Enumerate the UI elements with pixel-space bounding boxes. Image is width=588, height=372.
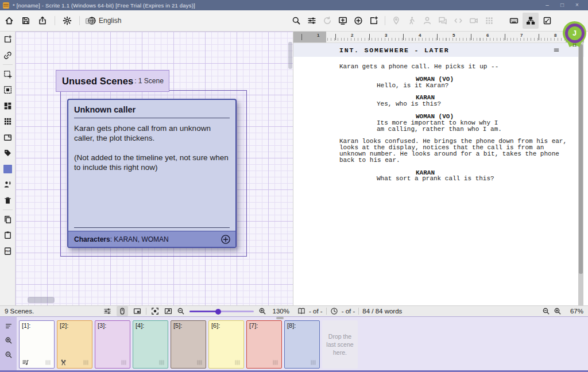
scene-card-unknown-caller[interactable]: Unknown caller Karan gets phone call fro… xyxy=(67,99,237,248)
grid-dots-icon xyxy=(485,16,494,25)
note-add-button[interactable]: ▸ xyxy=(0,35,16,44)
timeline-card-3[interactable]: [3]: xyxy=(95,320,130,369)
tag-button[interactable] xyxy=(0,149,16,157)
notes-button[interactable] xyxy=(543,16,552,25)
copy-icon xyxy=(3,215,12,224)
pip-button[interactable] xyxy=(133,307,141,315)
minimize-button[interactable]: – xyxy=(540,0,555,10)
note-add-button[interactable] xyxy=(369,16,378,25)
copy-button[interactable] xyxy=(0,215,16,224)
book-icon xyxy=(297,307,305,315)
timeline-card-5[interactable]: [5]: xyxy=(171,320,206,369)
announce-icon xyxy=(3,180,12,189)
pdf-button[interactable]: PDF xyxy=(0,247,16,255)
statusbar: 9 Scenes. 130% - of - - of - 84 / 84 wor… xyxy=(0,305,588,316)
structure-button[interactable] xyxy=(523,13,539,29)
divider xyxy=(385,16,385,25)
language-selector[interactable]: English xyxy=(85,10,121,31)
screenplay-dialogue[interactable]: What sort a prank call is this? xyxy=(377,176,508,182)
add-character-button[interactable] xyxy=(220,234,231,245)
slider-fill xyxy=(189,311,218,312)
scrollbar-thumb[interactable] xyxy=(579,44,583,274)
tune-button[interactable] xyxy=(103,307,111,315)
divider xyxy=(146,308,146,315)
announce-button[interactable] xyxy=(0,180,16,189)
blocks-button[interactable]: ▸ xyxy=(0,102,16,110)
maximize-button[interactable]: □ xyxy=(555,0,570,10)
zoom-out-button[interactable] xyxy=(177,307,185,315)
ruler-inch-mark xyxy=(335,34,336,40)
window-icon xyxy=(3,133,12,142)
fit-button[interactable] xyxy=(164,307,172,315)
scene-card-synopsis[interactable]: Karan gets phone call from an unknown ca… xyxy=(68,118,235,227)
structure-toolbar: ▸▸▸PDF xyxy=(0,32,16,305)
fullscreen-icon xyxy=(151,307,159,315)
grid-faded-icon xyxy=(234,359,241,366)
home-button[interactable] xyxy=(5,16,14,25)
screenplay-action[interactable]: Karan gets a phone call. He picks it up … xyxy=(339,64,569,70)
keyboard-button[interactable] xyxy=(509,16,519,25)
zoom-out-button[interactable] xyxy=(5,351,13,359)
drop-last-scene-zone[interactable]: Drop the last scene here. xyxy=(322,320,358,369)
divider xyxy=(55,16,55,25)
marquee-square-button[interactable] xyxy=(0,86,16,94)
splitter-handle[interactable] xyxy=(276,317,284,319)
page-count-button xyxy=(297,307,305,315)
tune-button[interactable] xyxy=(307,16,316,25)
grid9-button[interactable] xyxy=(0,117,16,126)
unused-scenes-header[interactable]: Unused Scenes : 1 Scene xyxy=(56,70,169,92)
screen-add-button[interactable] xyxy=(338,16,347,25)
zoom-in-icon xyxy=(5,336,13,344)
scene-heading[interactable]: INT. SOMEWHERE - LATER xyxy=(339,46,449,54)
screenplay-dialogue[interactable]: Hello, is it Karan? xyxy=(377,83,508,89)
editor-scrollbar[interactable] xyxy=(578,43,583,305)
clipboard-button[interactable] xyxy=(0,231,16,239)
scene-menu-icon[interactable] xyxy=(553,46,560,53)
user-avatar[interactable]: J 21 xyxy=(563,21,586,45)
save-button[interactable] xyxy=(21,16,30,25)
keyboard-icon xyxy=(85,16,95,26)
timeline-card-4[interactable]: [4]: xyxy=(133,320,168,369)
grid-faded-icon xyxy=(82,359,90,366)
sort-lines-button[interactable] xyxy=(5,322,13,330)
gear-button[interactable] xyxy=(63,16,72,25)
plus-circle-button[interactable] xyxy=(354,16,363,25)
screenplay-action[interactable]: Karan looks confused. He brings the phon… xyxy=(339,138,569,163)
page-count: - of - xyxy=(309,308,323,315)
app-icon xyxy=(3,2,9,9)
screenplay-panel: 12345678 INT. SOMEWHERE - LATER Karan ge… xyxy=(293,32,588,305)
swatch-button[interactable] xyxy=(0,165,16,173)
mouse-button[interactable] xyxy=(117,306,128,316)
timeline-card-7[interactable]: [7]: xyxy=(246,320,282,369)
scene-card-title[interactable]: Unknown caller xyxy=(68,100,235,118)
screenplay-editor[interactable]: Karan gets a phone call. He picks it up … xyxy=(293,57,584,305)
canvas-zoom-slider[interactable] xyxy=(189,307,254,315)
share-button[interactable] xyxy=(38,16,47,25)
link-button[interactable]: ▸ xyxy=(0,51,16,60)
canvas-vertical-scrollbar[interactable] xyxy=(288,42,292,69)
marquee-plus-button[interactable] xyxy=(0,70,16,79)
canvas-horizontal-scrollbar[interactable] xyxy=(28,297,55,303)
fullscreen-button[interactable] xyxy=(151,307,159,315)
structure-canvas[interactable]: Unused Scenes : 1 Scene Unknown caller K… xyxy=(16,32,293,305)
timeline-card-6[interactable]: [6]: xyxy=(208,320,244,369)
editor-zoom-in-button[interactable] xyxy=(554,307,562,315)
editor-zoom-out-button[interactable] xyxy=(542,307,550,315)
scene-heading-bar[interactable]: INT. SOMEWHERE - LATER xyxy=(293,43,584,57)
avatar-initial: J xyxy=(568,26,582,40)
ruler-inch-mark xyxy=(471,34,472,40)
screenplay-dialogue[interactable]: Its more important to know why I am call… xyxy=(377,120,508,133)
timeline-card-8[interactable]: [8]: xyxy=(284,320,320,369)
zoom-in-button[interactable] xyxy=(258,307,266,315)
close-button[interactable]: × xyxy=(570,0,585,10)
timeline-card-2[interactable]: [2]: xyxy=(57,320,92,369)
divider xyxy=(358,308,359,315)
window-button[interactable] xyxy=(0,133,16,142)
search-button[interactable] xyxy=(292,16,301,25)
zoom-in-button[interactable] xyxy=(5,336,13,344)
timeline-card-1[interactable]: [1]: xyxy=(19,320,55,369)
slider-knob[interactable] xyxy=(215,309,221,315)
screenplay-character[interactable]: WOMAN (VO) xyxy=(416,76,584,83)
screenplay-dialogue[interactable]: Yes, who is this? xyxy=(377,101,508,107)
trash-button[interactable] xyxy=(0,196,16,205)
